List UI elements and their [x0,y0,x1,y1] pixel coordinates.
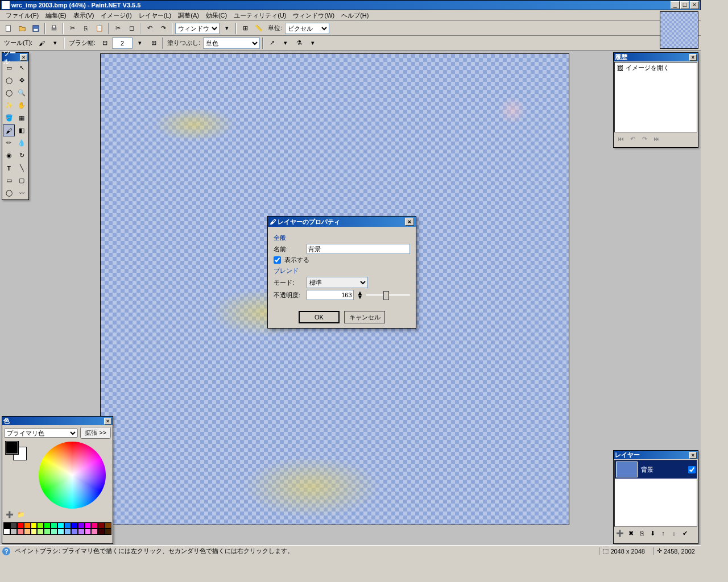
tool-paint-bucket[interactable]: 🪣 [3,112,15,124]
undo-button[interactable]: ↶ [143,22,156,35]
palette-swatch[interactable] [64,522,71,529]
layer-up-button[interactable]: ↑ [658,529,668,538]
menu-adjust[interactable]: 調整(A) [175,10,202,21]
antialias-dropdown[interactable]: ▾ [279,37,292,49]
palette-swatch[interactable] [10,522,17,529]
color-swatch[interactable] [6,442,28,460]
history-item[interactable]: 🖼イメージを開く [615,63,697,73]
palette-swatch[interactable] [10,529,17,535]
history-panel-close[interactable]: × [689,54,697,61]
tool-move-pixels[interactable]: ✥ [16,74,28,86]
opacity-input[interactable] [307,290,354,300]
palette-swatch[interactable] [44,529,51,535]
menu-utility[interactable]: ユーティリティ(U) [230,10,289,21]
unit-select[interactable]: ピクセル [285,23,329,34]
palette-swatch[interactable] [24,522,31,529]
tool-recolor[interactable]: ↻ [16,149,28,161]
blend-button[interactable]: ⚗ [293,37,305,49]
palette-swatch[interactable] [91,529,98,535]
palette-swatch[interactable] [37,529,44,535]
tool-pan[interactable]: ✋ [16,99,28,111]
palette-swatch[interactable] [105,529,111,535]
cancel-button[interactable]: キャンセル [344,311,385,323]
layer-name-input[interactable] [307,244,410,254]
zoom-dropdown-button[interactable]: ▾ [221,22,233,35]
palette-swatch[interactable] [85,522,92,529]
palette-swatch[interactable] [24,529,31,535]
open-button[interactable] [16,22,28,35]
tool-dropdown-button[interactable]: ▾ [49,37,61,49]
deselect-button[interactable]: ◻ [125,22,138,35]
history-last-button[interactable]: ⏭ [651,135,661,144]
zoom-select[interactable]: ウィンドウ [175,23,220,34]
minimize-button[interactable]: _ [671,1,680,9]
tool-ellipse-select[interactable]: ◯ [3,87,15,99]
tool-freeform[interactable]: 〰 [16,187,28,199]
grid-button[interactable]: ⊞ [239,22,251,35]
tools-panel-close[interactable]: × [20,54,27,61]
menu-file[interactable]: ファイル(F) [2,10,42,21]
menu-image[interactable]: イメージ(I) [97,10,135,21]
tool-clone-stamp[interactable]: ◉ [3,149,15,161]
maximize-button[interactable]: □ [680,1,689,9]
antialias-button[interactable]: ↗ [266,37,278,49]
palette-options-button[interactable]: 📁 [17,511,26,520]
crop-button[interactable]: ✂ [111,22,124,35]
tool-rounded-rect[interactable]: ▢ [16,174,28,186]
ok-button[interactable]: OK [299,311,340,323]
layers-list[interactable]: 背景 [614,460,697,527]
image-thumbnail[interactable] [660,11,698,49]
help-icon[interactable]: ? [2,547,10,555]
tool-rect-select[interactable]: ▭ [3,62,15,74]
tool-lasso[interactable]: ◯ [3,74,15,86]
palette-swatch[interactable] [51,522,57,529]
fill-select[interactable]: 単色 [203,38,260,49]
menu-window[interactable]: ウィンドウ(W) [289,10,338,21]
menu-edit[interactable]: 編集(E) [42,10,70,21]
color-palette[interactable] [3,522,111,535]
tool-color-picker[interactable]: 💧 [16,137,28,149]
palette-swatch[interactable] [37,522,44,529]
brush-width-input[interactable] [112,38,133,49]
layer-merge-button[interactable]: ⬇ [647,529,657,538]
brush-increase-button[interactable]: ⊞ [147,37,160,49]
palette-swatch[interactable] [98,529,105,535]
history-undo-button[interactable]: ↶ [627,135,638,144]
paste-button[interactable]: 📋 [93,22,106,35]
palette-swatch[interactable] [98,522,105,529]
menu-view[interactable]: 表示(V) [70,10,98,21]
palette-swatch[interactable] [51,529,57,535]
tool-gradient[interactable]: ▦ [16,112,28,124]
tool-zoom[interactable]: 🔍 [16,87,28,99]
tool-eraser[interactable]: ◧ [16,124,28,136]
tool-brush-icon[interactable]: 🖌 [35,37,48,49]
colors-expand-button[interactable]: 拡張 >> [80,427,111,439]
layer-delete-button[interactable]: ✖ [626,529,636,538]
palette-swatch[interactable] [85,529,92,535]
tool-pencil[interactable]: ✏ [3,137,15,149]
palette-swatch[interactable] [17,522,24,529]
palette-swatch[interactable] [78,522,85,529]
cut-button[interactable]: ✂ [66,22,78,35]
save-button[interactable] [30,22,42,35]
tool-line[interactable]: ╲ [16,162,28,174]
layer-properties-button[interactable]: ✔ [680,529,690,538]
layer-add-button[interactable]: ➕ [615,529,625,538]
history-list[interactable]: 🖼イメージを開く [614,62,697,132]
palette-swatch[interactable] [78,529,85,535]
blend-dropdown[interactable]: ▾ [307,37,319,49]
palette-swatch[interactable] [3,529,10,535]
menu-help[interactable]: ヘルプ(H) [338,10,372,21]
print-button[interactable] [48,22,60,35]
opacity-slider[interactable] [366,290,410,300]
palette-swatch[interactable] [3,522,10,529]
opacity-spinner[interactable]: ▲▼ [357,291,363,299]
dialog-close-button[interactable]: × [405,218,414,226]
tool-magic-wand[interactable]: ✨ [3,99,15,111]
tool-text[interactable]: T [3,162,15,174]
blend-mode-select[interactable]: 標準 [307,277,368,288]
add-color-button[interactable]: ➕ [6,511,15,520]
menu-effects[interactable]: 効果(C) [202,10,230,21]
layers-panel-close[interactable]: × [689,452,697,459]
tool-paintbrush[interactable]: 🖌 [3,124,15,136]
